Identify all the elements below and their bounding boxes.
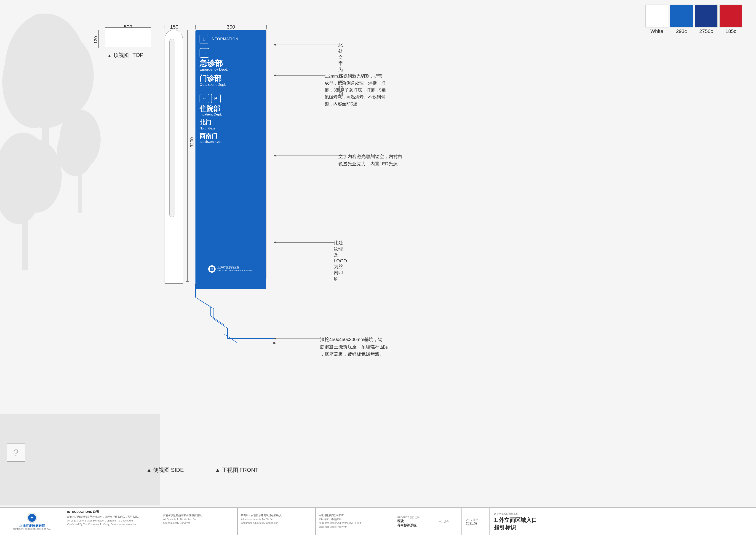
swatch-2756c-label: 2756c (699, 28, 713, 34)
bottom-separator (0, 480, 756, 480)
no-label: NO. 编号 (439, 520, 457, 523)
front-triangle: ▲ (215, 467, 220, 473)
svg-rect-8 (22, 213, 28, 270)
svg-point-7 (12, 140, 62, 213)
bottom-copyright-section: 本设计版权归公司所有； 未经许可，不得擅用。 All Rights Reserv… (315, 508, 393, 535)
info-icon: ℹ (200, 35, 208, 43)
arrow-right-icon: → (200, 48, 209, 58)
bottom-drawings-section: DRAWINGS 图纸名称 1.外立面区域入口 指引标识 (489, 508, 756, 535)
drawings-label: DRAWINGS 图纸名称 (494, 512, 751, 516)
date-value: 2021.09 (466, 521, 485, 525)
side-triangle: ▲ (146, 467, 152, 473)
side-view-label: ▲ 侧视图 SIDE (146, 466, 184, 474)
no-cell: NO. 编号 (434, 508, 462, 535)
sign-southwest-gate: 西南门 Southwest Gate (200, 132, 262, 144)
swatch-2756c: 2756c (695, 5, 717, 34)
unknown-placeholder: ? (7, 443, 25, 462)
swatch-293c-label: 293c (676, 28, 687, 34)
bottom-logo-section: 申 上海市皮肤病医院 SHANGHAI SKIN DISEASE HOSPITA… (0, 508, 64, 535)
swatch-white-box (645, 5, 668, 27)
intro-title: INTRODUCTIONS 说明 (67, 510, 157, 514)
gate1-en: North Gate (200, 127, 262, 130)
project-value: 医院 导向标识系统 (397, 519, 430, 527)
svg-point-28 (194, 284, 197, 285)
bottom-logo-circle: 申 (27, 513, 37, 523)
top-view-label: ▲ 顶视图 TOP (107, 51, 144, 59)
svg-text:申: 申 (30, 516, 34, 520)
sign-icons-row: ← P (200, 94, 262, 103)
dept1-cn: 急诊部 (200, 59, 262, 68)
svg-point-10 (57, 126, 94, 176)
sign-hospital-logo: 申 上海市皮肤病医院 SHANGHAI SKIN DISEASE HOSPITA… (196, 264, 266, 274)
swatch-2756c-box (695, 5, 717, 27)
dept3-en: Inpatient Dept. (200, 112, 262, 116)
dim-120: 120 (93, 36, 98, 44)
swatch-185c-box (719, 5, 742, 27)
bottom-quantity-section: 所有标识数量须经客户/测量师确认。 All Quantity To Be Ver… (160, 508, 238, 535)
sign-content: ℹ INFORMATION → 急诊部 Emergency Dept. 门诊部 … (196, 30, 266, 151)
sign-info-row: ℹ INFORMATION (200, 35, 262, 43)
parking-icon: P (211, 94, 221, 103)
svg-rect-11 (78, 167, 82, 213)
logo-circle: 申 (208, 265, 216, 273)
arrow-left-icon: ← (200, 94, 209, 103)
quantity-text: 所有标识数量须经客户/测量师确认。 All Quantity To Be Ver… (163, 514, 234, 525)
dim-3200-line (187, 30, 188, 281)
top-view-triangle: ▲ (107, 53, 112, 58)
bottom-intro-section: INTRODUCTIONS 说明 所有标识内容须项目承建商核对，并经客户核实确认… (64, 508, 160, 535)
swatch-185c: 185c (719, 5, 742, 34)
sign-hospital-name: 上海市皮肤病医院 SHANGHAI SKIN DISEASE HOSPITAL (217, 266, 254, 272)
info-text: INFORMATION (210, 37, 238, 41)
sign-north-gate: 北门 North Gate (200, 119, 262, 130)
date-label: DATE 日期 (466, 518, 485, 521)
gate1-cn: 北门 (200, 119, 262, 127)
gate2-en: Southwest Gate (200, 140, 262, 144)
bottom-project-section: PROJECT 项目名称 医院 导向标识系统 NO. 编号 DATE 日期 20… (393, 508, 489, 535)
swatch-293c: 293c (670, 5, 693, 34)
sign-inpatient-group: ← P 住院部 Inpatient Dept. (200, 94, 262, 116)
drawings-title: 1.外立面区域入口 指引标识 (494, 517, 751, 531)
dim-3200: 3200 (189, 137, 195, 148)
swatch-white-label: White (650, 28, 663, 34)
svg-text:申: 申 (211, 268, 213, 270)
project-cell: PROJECT 项目名称 医院 导向标识系统 (393, 508, 434, 535)
foundation-svg (187, 284, 279, 364)
front-view-label: ▲ 正视图 FRONT (215, 466, 258, 474)
svg-point-29 (273, 342, 276, 344)
bottom-hospital-cn: 上海市皮肤病医院 (19, 524, 45, 528)
sign-emergency-group: → 急诊部 Emergency Dept. (200, 48, 262, 71)
swatch-white: White (645, 5, 668, 34)
dept2-en: Outpatient Dept. (200, 83, 262, 87)
intro-text: 所有标识内容须项目承建商核对，并经客户核实确认，方可实施。 All Logo C… (67, 515, 157, 526)
sign-outpatient-group: 门诊部 Outpatient Dept. (200, 74, 262, 86)
swatch-293c-box (670, 5, 693, 27)
dept3-cn: 住院部 (200, 105, 262, 112)
front-sign-body: ℹ INFORMATION → 急诊部 Emergency Dept. 门诊部 … (196, 30, 266, 281)
swatch-185c-label: 185c (725, 28, 736, 34)
pole-slot (169, 39, 175, 217)
svg-line-18 (210, 316, 224, 325)
svg-line-23 (199, 300, 214, 309)
bottom-bar: 申 上海市皮肤病医院 SHANGHAI SKIN DISEASE HOSPITA… (0, 508, 756, 535)
bottom-hospital-en: SHANGHAI SKIN DISEASE HOSPITAL (13, 528, 51, 530)
copyright-text: 本设计版权归公司所有； 未经许可，不得擅用。 All Rights Reserv… (319, 514, 390, 529)
project-label: PROJECT 项目名称 (397, 516, 430, 519)
svg-point-3 (18, 14, 64, 82)
dept2-cn: 门诊部 (200, 74, 262, 82)
top-view-box (105, 27, 151, 47)
bottom-measurements-section: 所有尺寸由项目承建商现场核实确认。 All Measurements Are T… (238, 508, 315, 535)
gate2-cn: 西南门 (200, 132, 262, 140)
date-cell: DATE 日期 2021.09 (462, 508, 489, 535)
measurements-text: 所有尺寸由项目承建商现场核实确认。 All Measurements Are T… (241, 514, 312, 525)
svg-line-25 (214, 319, 228, 328)
color-swatches: White 293c 2756c 185c (645, 5, 742, 34)
dept1-en: Emergency Dept. (200, 68, 262, 71)
